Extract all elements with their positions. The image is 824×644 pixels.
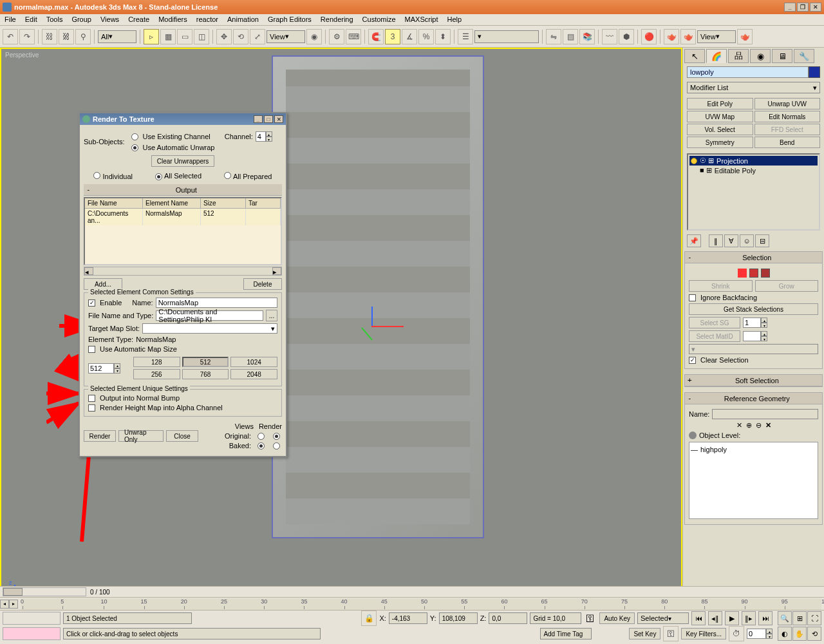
size-2048-button[interactable]: 2048 — [230, 369, 277, 379]
modifier-stack[interactable]: ☉ ⊞Projection ■ ⊞Editable Poly — [687, 153, 820, 231]
maxscript-output[interactable] — [3, 627, 61, 640]
keyboard-icon[interactable]: ⌨ — [346, 29, 361, 44]
dialog-minimize-button[interactable]: _ — [254, 115, 263, 123]
unlink-icon[interactable]: ⛓̸ — [59, 29, 74, 44]
element-name-input[interactable]: NormalsMap — [156, 298, 277, 308]
pin-stack-icon[interactable]: 📌 — [687, 234, 701, 247]
named-sel-combo[interactable]: ▾ — [474, 30, 539, 43]
menu-help[interactable]: Help — [443, 14, 467, 25]
bind-icon[interactable]: ⚲ — [75, 29, 91, 44]
snap-3-icon[interactable]: 3 — [385, 29, 400, 44]
menu-file[interactable]: File — [0, 14, 21, 25]
target-slot-combo[interactable]: ▾ — [142, 323, 277, 334]
mirror-icon[interactable]: ⇋ — [546, 29, 561, 44]
menu-graph-editors[interactable]: Graph Editors — [263, 14, 316, 25]
dialog-maximize-button[interactable]: □ — [264, 115, 273, 123]
editnormals-button[interactable]: Edit Normals — [754, 111, 821, 122]
ignore-backfacing-checkbox[interactable] — [689, 294, 696, 301]
configure-sets-icon[interactable]: ⊟ — [755, 234, 769, 247]
viewport[interactable]: Perspective z x y Render To Texture — [0, 48, 682, 644]
render-original-radio[interactable] — [273, 433, 280, 440]
layer-icon[interactable]: 📚 — [579, 29, 595, 44]
auto-size-checkbox[interactable] — [88, 346, 95, 353]
material-editor-icon[interactable]: 🔴 — [641, 29, 657, 44]
minimize-button[interactable]: _ — [784, 3, 796, 12]
col-element[interactable]: Element Name — [143, 198, 201, 208]
modify-tab-icon[interactable]: 🌈 — [706, 49, 727, 63]
align-icon[interactable]: ▤ — [563, 29, 578, 44]
manipulate-icon[interactable]: ⚙ — [329, 29, 344, 44]
remove-modifier-icon[interactable]: ☺ — [740, 234, 754, 247]
use-automatic-radio[interactable] — [131, 144, 138, 151]
select-icon[interactable]: ▹ — [144, 29, 159, 44]
lock-icon[interactable]: 🔒 — [361, 611, 377, 626]
create-tab-icon[interactable]: ↖ — [684, 49, 705, 63]
select-name-icon[interactable]: ▦ — [160, 29, 176, 44]
timeline-prev-icon[interactable]: ◂ — [0, 600, 9, 609]
autokey-button[interactable]: Auto Key — [599, 612, 635, 624]
percent-snap-icon[interactable]: % — [418, 29, 434, 44]
del-ref-icon[interactable]: ⊖ — [756, 421, 762, 430]
col-target[interactable]: Tar — [246, 198, 281, 208]
add-ref-icon[interactable]: ⊕ — [746, 421, 752, 430]
selection-filter-combo[interactable]: All ▾ — [98, 30, 136, 43]
menu-maxscript[interactable]: MAXScript — [400, 14, 443, 25]
menu-rendering[interactable]: Rendering — [316, 14, 358, 25]
col-size[interactable]: Size — [201, 198, 246, 208]
goto-start-icon[interactable]: ⏮ — [691, 611, 706, 625]
timeline-ruler[interactable]: 0510152025303540455055606570758085909510… — [21, 598, 821, 610]
grow-button[interactable]: Grow — [755, 280, 819, 292]
menu-edit[interactable]: Edit — [21, 14, 42, 25]
render-scene-icon[interactable]: 🫖 — [664, 29, 679, 44]
play-icon[interactable]: ▶ — [725, 611, 739, 625]
menu-modifiers[interactable]: Modifiers — [154, 14, 192, 25]
object-name-input[interactable]: lowpoly — [687, 66, 809, 78]
views-baked-radio[interactable] — [258, 442, 265, 450]
map-size-spinner[interactable]: 512▴▾ — [88, 363, 120, 374]
motion-tab-icon[interactable]: ◉ — [750, 49, 771, 63]
timeline[interactable]: ◂ ▸ 051015202530354045505560657075808590… — [0, 598, 824, 611]
clear-selection-checkbox[interactable]: ✓ — [689, 357, 696, 364]
size-256-button[interactable]: 256 — [133, 369, 180, 379]
render-preset-combo[interactable]: View ▾ — [697, 30, 736, 43]
add-timetag-button[interactable]: Add Time Tag — [540, 628, 592, 639]
vertex-subobj-icon[interactable] — [738, 269, 747, 278]
modifier-list-combo[interactable]: Modifier List▾ — [687, 82, 820, 93]
render-last-icon[interactable]: 🫖 — [737, 29, 753, 44]
setkey-button[interactable]: Set Key — [629, 628, 660, 639]
file-browse-button[interactable]: ... — [266, 310, 277, 321]
pivot-icon[interactable]: ◉ — [306, 29, 322, 44]
reference-list[interactable]: —highpoly — [689, 442, 818, 519]
use-existing-radio[interactable] — [131, 133, 138, 140]
goto-end-icon[interactable]: ⏭ — [758, 611, 772, 625]
show-end-result-icon[interactable]: ‖ — [709, 234, 723, 247]
fov-icon[interactable]: ◐ — [778, 627, 792, 641]
keymode-combo[interactable]: Selected ▾ — [637, 612, 689, 624]
all-prepared-radio[interactable] — [224, 172, 231, 179]
col-filename[interactable]: File Name — [85, 198, 143, 208]
zoom-extents-icon[interactable]: ⛶ — [807, 611, 821, 625]
render-height-checkbox[interactable] — [88, 404, 95, 412]
z-coord-input[interactable]: 0,0 — [489, 612, 527, 624]
schematic-icon[interactable]: ⬢ — [619, 29, 634, 44]
dialog-close-button[interactable]: ✕ — [274, 115, 283, 123]
current-frame-spinner[interactable]: 0▴▾ — [747, 629, 772, 639]
delete-ref-icon[interactable]: ✕ — [765, 421, 771, 430]
rotate-icon[interactable]: ⟲ — [233, 29, 248, 44]
output-normal-checkbox[interactable] — [88, 395, 95, 402]
element-subobj-icon[interactable] — [761, 269, 770, 278]
close-button[interactable]: ✕ — [810, 3, 821, 12]
time-config-icon[interactable]: ⏱ — [729, 626, 744, 641]
stack-item-editable-poly[interactable]: ■ ⊞Editable Poly — [689, 166, 818, 175]
menu-group[interactable]: Group — [67, 14, 96, 25]
curve-editor-icon[interactable]: 〰 — [602, 29, 617, 44]
utilities-tab-icon[interactable]: 🔧 — [794, 49, 814, 63]
all-selected-radio[interactable] — [155, 173, 162, 180]
menu-customize[interactable]: Customize — [358, 14, 400, 25]
object-color-swatch[interactable] — [809, 66, 820, 78]
time-slider[interactable] — [3, 587, 86, 596]
hierarchy-tab-icon[interactable]: 品 — [728, 49, 749, 63]
quick-render-icon[interactable]: 🫖 — [680, 29, 696, 44]
editpoly-button[interactable]: Edit Poly — [687, 98, 753, 109]
get-stack-selections-button[interactable]: Get Stack Selections — [689, 303, 818, 315]
